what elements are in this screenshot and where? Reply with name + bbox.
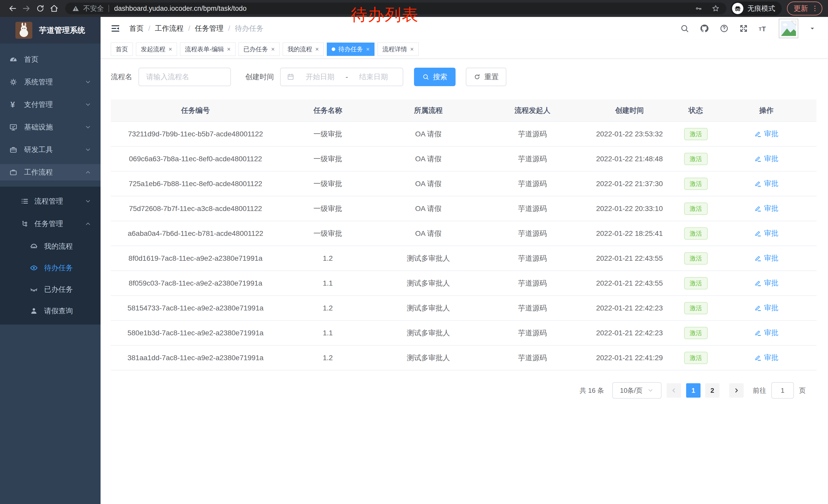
audit-button[interactable]: 审批 bbox=[754, 353, 779, 363]
edit-pen-icon bbox=[754, 255, 761, 262]
security-label[interactable]: 不安全 bbox=[83, 4, 104, 13]
breadcrumb: 首页/工作流程/任务管理/待办任务 bbox=[129, 24, 263, 33]
github-icon[interactable] bbox=[700, 24, 709, 33]
collapse-sidebar-icon[interactable] bbox=[111, 24, 120, 33]
starter-cell: 芋道源码 bbox=[481, 246, 584, 271]
tab-my-process[interactable]: 我的流程× bbox=[283, 43, 324, 56]
fullscreen-icon[interactable] bbox=[739, 24, 748, 33]
audit-button[interactable]: 审批 bbox=[754, 303, 779, 313]
create-time-cell: 2022-01-22 18:25:41 bbox=[584, 221, 675, 246]
tab-label: 首页 bbox=[116, 45, 128, 53]
tab-home[interactable]: 首页 bbox=[111, 43, 133, 56]
browser-reload-button[interactable] bbox=[33, 2, 47, 15]
audit-button[interactable]: 审批 bbox=[754, 253, 779, 263]
audit-button[interactable]: 审批 bbox=[754, 203, 779, 213]
tab-close-icon[interactable]: × bbox=[227, 46, 231, 52]
active-tab-dot bbox=[332, 47, 335, 51]
svg-text:T: T bbox=[759, 27, 761, 32]
sidebar-item-done-task[interactable]: 已办任务 bbox=[0, 281, 100, 297]
task-id-cell: 725a1eb6-7b88-11ec-8ef0-acde48001122 bbox=[111, 171, 280, 196]
tab-start-process[interactable]: 发起流程× bbox=[136, 43, 177, 56]
bookmark-star-icon[interactable] bbox=[711, 4, 720, 12]
status-cell: 激活 bbox=[675, 221, 716, 246]
action-cell: 审批 bbox=[716, 295, 817, 320]
briefcase-icon bbox=[8, 168, 19, 176]
audit-button[interactable]: 审批 bbox=[754, 228, 779, 238]
tab-done-tasks[interactable]: 已办任务× bbox=[239, 43, 280, 56]
browser-back-button[interactable] bbox=[6, 2, 19, 15]
table-row[interactable]: 8f059c03-7ac8-11ec-a9e2-a2380e71991a1.1测… bbox=[111, 271, 817, 295]
sidebar-item-todo-task[interactable]: 待办任务 bbox=[0, 260, 100, 276]
sidebar-item-label: 支付管理 bbox=[24, 100, 85, 109]
help-icon[interactable] bbox=[720, 24, 729, 33]
sidebar-item-devtools[interactable]: 研发工具 bbox=[0, 141, 100, 158]
task-name-cell: 1.1 bbox=[280, 271, 375, 295]
breadcrumb-item[interactable]: 工作流程 bbox=[155, 24, 184, 33]
sidebar-item-system[interactable]: 系统管理 bbox=[0, 74, 100, 90]
incognito-icon bbox=[734, 5, 742, 12]
audit-button[interactable]: 审批 bbox=[754, 328, 779, 338]
browser-home-button[interactable] bbox=[47, 2, 61, 15]
caret-down-icon[interactable] bbox=[809, 25, 816, 32]
tab-close-icon[interactable]: × bbox=[169, 46, 172, 52]
date-range-picker[interactable]: 开始日期 - 结束日期 bbox=[280, 68, 403, 86]
page-size-select[interactable]: 10条/页 bbox=[612, 382, 662, 399]
prev-page-button[interactable] bbox=[667, 383, 681, 398]
tab-close-icon[interactable]: × bbox=[366, 46, 370, 52]
avatar[interactable] bbox=[779, 19, 798, 38]
search-icon[interactable] bbox=[680, 24, 689, 33]
audit-button[interactable]: 审批 bbox=[754, 278, 779, 288]
sidebar-item-payment[interactable]: ¥支付管理 bbox=[0, 96, 100, 113]
chevron-down-icon bbox=[85, 146, 91, 153]
table-row[interactable]: 069c6a63-7b8a-11ec-8ef0-acde48001122一级审批… bbox=[111, 146, 817, 171]
sidebar-logo[interactable]: 芋道管理系统 bbox=[0, 17, 100, 44]
audit-button[interactable]: 审批 bbox=[754, 129, 779, 139]
tab-close-icon[interactable]: × bbox=[315, 46, 319, 52]
tab-todo-tasks[interactable]: 待办任务× bbox=[327, 43, 374, 56]
goto-page-input[interactable]: 1 bbox=[771, 382, 794, 399]
sidebar-item-infra[interactable]: 基础设施 bbox=[0, 119, 100, 135]
key-icon[interactable] bbox=[695, 5, 702, 12]
breadcrumb-item[interactable]: 首页 bbox=[129, 24, 143, 33]
font-size-icon[interactable]: TT bbox=[759, 24, 768, 33]
edit-pen-icon bbox=[754, 304, 761, 312]
tab-close-icon[interactable]: × bbox=[410, 46, 414, 52]
page-button-1[interactable]: 1 bbox=[686, 383, 701, 398]
table-row[interactable]: 8f0d1619-7ac8-11ec-a9e2-a2380e71991a1.2测… bbox=[111, 246, 817, 271]
status-cell: 激活 bbox=[675, 271, 716, 295]
tab-close-icon[interactable]: × bbox=[271, 46, 275, 52]
tab-form-edit[interactable]: 流程表单-编辑× bbox=[180, 43, 236, 56]
search-button[interactable]: 搜索 bbox=[414, 68, 456, 86]
process-name-input[interactable]: 请输入流程名 bbox=[138, 68, 231, 86]
reset-button[interactable]: 重置 bbox=[466, 68, 506, 86]
page-button-2[interactable]: 2 bbox=[705, 383, 719, 398]
column-header: 操作 bbox=[716, 99, 817, 122]
sidebar-item-my-process[interactable]: 我的流程 bbox=[0, 238, 100, 255]
table-row[interactable]: 58154733-7ac8-11ec-a9e2-a2380e71991a1.2测… bbox=[111, 295, 817, 320]
table-row[interactable]: a6aba0a4-7b6d-11ec-b781-acde48001122一级审批… bbox=[111, 221, 817, 246]
sidebar-item-workflow[interactable]: 工作流程 bbox=[0, 164, 100, 180]
table-row[interactable]: 73211d9d-7b9b-11ec-b5b7-acde48001122一级审批… bbox=[111, 122, 817, 146]
kebab-menu-icon[interactable] bbox=[811, 5, 819, 12]
table-row[interactable]: 381aa1dd-7ac8-11ec-a9e2-a2380e71991a1.2测… bbox=[111, 345, 817, 370]
process-cell: OA 请假 bbox=[376, 122, 482, 146]
table-row[interactable]: 580e1b3d-7ac8-11ec-a9e2-a2380e71991a1.1测… bbox=[111, 320, 817, 345]
task-name-cell: 一级审批 bbox=[280, 196, 375, 221]
tab-process-detail[interactable]: 流程详情× bbox=[378, 43, 419, 56]
sidebar-item-leave-query[interactable]: 请假查询 bbox=[0, 303, 100, 319]
browser-update-button[interactable]: 更新 bbox=[787, 2, 822, 15]
sidebar-item-home[interactable]: 首页 bbox=[0, 51, 100, 68]
task-id-cell: a6aba0a4-7b6d-11ec-b781-acde48001122 bbox=[111, 221, 280, 246]
table-row[interactable]: 75d72608-7b7f-11ec-a3c8-acde48001122一级审批… bbox=[111, 196, 817, 221]
table-row[interactable]: 725a1eb6-7b88-11ec-8ef0-acde48001122一级审批… bbox=[111, 171, 817, 196]
next-page-button[interactable] bbox=[729, 383, 744, 398]
breadcrumb-item[interactable]: 任务管理 bbox=[195, 24, 224, 33]
column-header: 任务名称 bbox=[280, 99, 375, 122]
sidebar-item-task-mgmt[interactable]: 任务管理 bbox=[0, 216, 100, 232]
audit-button[interactable]: 审批 bbox=[754, 154, 779, 164]
page-content: 流程名 请输入流程名 创建时间 开始日期 - 结束日期 搜索 重置 bbox=[100, 58, 828, 504]
url-text[interactable]: dashboard.yudao.iocoder.cn/bpm/task/todo bbox=[114, 5, 247, 12]
browser-forward-button[interactable] bbox=[19, 2, 33, 15]
audit-button[interactable]: 审批 bbox=[754, 179, 779, 188]
sidebar-item-process-mgmt[interactable]: 流程管理 bbox=[0, 193, 100, 210]
